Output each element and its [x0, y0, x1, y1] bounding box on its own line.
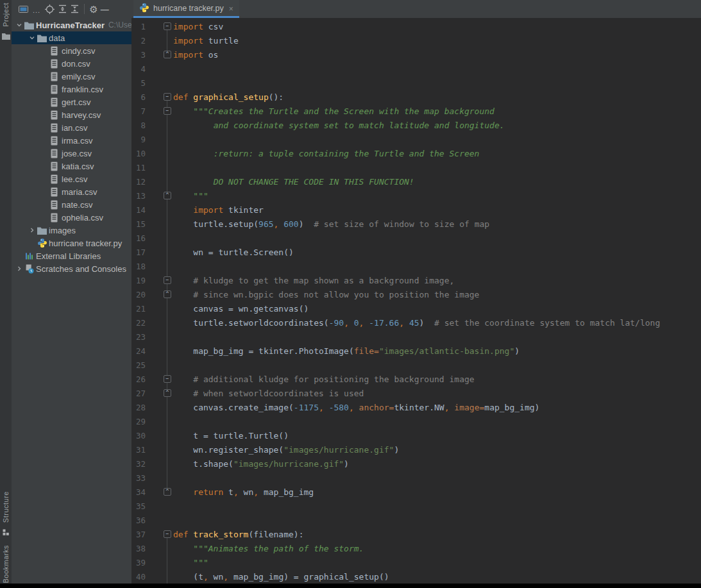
settings-gear-icon[interactable]: ⚙ — [89, 2, 97, 16]
fold-start-icon[interactable]: − — [164, 93, 171, 101]
line-number[interactable]: 31 — [131, 445, 146, 455]
tab-close-icon[interactable]: × — [229, 4, 233, 13]
structure-tool-button[interactable]: Structure — [0, 491, 12, 538]
line-number[interactable]: 36 — [131, 516, 146, 525]
fold-gutter: − — [164, 530, 173, 538]
fold-start-icon[interactable]: − — [164, 530, 171, 538]
locate-icon[interactable] — [44, 2, 55, 16]
line-number[interactable]: 19 — [131, 276, 146, 285]
chevron-down-icon[interactable] — [27, 35, 37, 40]
tree-item-label: ophelia.csv — [62, 213, 103, 223]
fold-guide-line — [167, 114, 167, 192]
fold-gutter: − — [164, 276, 173, 284]
line-number[interactable]: 17 — [131, 248, 146, 257]
chevron-right-icon[interactable] — [14, 266, 24, 271]
line-number[interactable]: 35 — [131, 501, 146, 511]
chevron-right-icon[interactable] — [27, 228, 37, 233]
line-number[interactable]: 27 — [131, 389, 146, 398]
tree-item-ophelia-csv[interactable]: ophelia.csv — [12, 211, 131, 224]
line-number[interactable]: 5 — [131, 78, 146, 88]
line-number[interactable]: 15 — [131, 219, 146, 229]
line-number[interactable]: 22 — [131, 318, 146, 328]
top-bar: ...⚙— hurricane tracker.py × — [12, 0, 701, 18]
fold-end-icon[interactable]: ^ — [164, 389, 171, 397]
tree-item-label: images — [49, 226, 76, 235]
tree-item-katia-csv[interactable]: katia.csv — [12, 160, 131, 172]
bookmarks-tool-button[interactable]: Bookmarks — [0, 545, 12, 588]
line-number[interactable]: 3 — [131, 50, 146, 60]
line-number[interactable]: 16 — [131, 233, 146, 243]
csv-icon — [50, 187, 62, 197]
fold-start-icon[interactable]: − — [164, 107, 171, 115]
line-number[interactable]: 37 — [131, 530, 146, 539]
fold-end-icon[interactable]: ^ — [164, 290, 171, 298]
line-number[interactable]: 32 — [131, 459, 146, 469]
line-number[interactable]: 40 — [131, 572, 146, 582]
line-number[interactable]: 34 — [131, 487, 146, 497]
chevron-down-icon[interactable] — [14, 22, 24, 28]
line-number[interactable]: 12 — [131, 177, 146, 187]
expand-all-icon[interactable] — [58, 2, 67, 16]
tree-item-emily-csv[interactable]: emily.csv — [12, 70, 131, 83]
line-number[interactable]: 2 — [131, 36, 146, 46]
tree-item-external-libraries[interactable]: External Libraries — [12, 249, 131, 262]
tree-item-irma-csv[interactable]: irma.csv — [12, 134, 131, 147]
fold-start-icon[interactable]: − — [164, 22, 171, 30]
fold-end-icon[interactable]: ^ — [164, 488, 171, 496]
line-number[interactable]: 8 — [131, 121, 146, 130]
tree-item-ian-csv[interactable]: ian.csv — [12, 121, 131, 134]
tree-item-cindy-csv[interactable]: cindy.csv — [12, 44, 131, 57]
line-number[interactable]: 24 — [131, 346, 146, 356]
fold-gutter: ^ — [164, 192, 173, 199]
line-number[interactable]: 33 — [131, 473, 146, 483]
tree-item-hurricanetracker[interactable]: HurricaneTrackerC:\Users\ — [12, 19, 131, 31]
line-number[interactable]: 38 — [131, 544, 146, 553]
line-number[interactable]: 20 — [131, 290, 146, 299]
line-number[interactable]: 28 — [131, 403, 146, 412]
tree-item-gert-csv[interactable]: gert.csv — [12, 96, 131, 108]
select-opened-file-icon[interactable] — [18, 2, 29, 16]
tree-item-label: cindy.csv — [62, 46, 96, 56]
tree-item-hurricane-tracker-py[interactable]: hurricane tracker.py — [12, 237, 131, 249]
structure-tool-label: Structure — [2, 491, 10, 523]
tree-item-images[interactable]: images — [12, 224, 131, 237]
hide-icon[interactable]: — — [101, 2, 109, 16]
tab-hurricane-tracker[interactable]: hurricane tracker.py × — [133, 0, 239, 18]
tree-item-scratches-and-consoles[interactable]: Scratches and Consoles — [12, 262, 131, 275]
project-tool-button[interactable]: Project — [0, 3, 12, 42]
tree-item-lee-csv[interactable]: lee.csv — [12, 172, 131, 185]
tree-item-maria-csv[interactable]: maria.csv — [12, 185, 131, 198]
line-number[interactable]: 4 — [131, 64, 146, 74]
tree-item-don-csv[interactable]: don.csv — [12, 57, 131, 70]
fold-end-icon[interactable]: ^ — [164, 51, 171, 58]
tree-item-label: harvey.csv — [62, 110, 101, 120]
line-number[interactable]: 10 — [131, 149, 146, 158]
line-number[interactable]: 7 — [131, 106, 146, 116]
tree-item-franklin-csv[interactable]: franklin.csv — [12, 83, 131, 96]
line-number[interactable]: 6 — [131, 92, 146, 102]
tree-item-data[interactable]: data — [12, 31, 131, 44]
line-number[interactable]: 25 — [131, 360, 146, 370]
line-number[interactable]: 11 — [131, 163, 146, 172]
line-number[interactable]: 21 — [131, 304, 146, 314]
tree-item-harvey-csv[interactable]: harvey.csv — [12, 108, 131, 121]
fold-start-icon[interactable]: − — [164, 375, 171, 383]
more-icon[interactable]: ... — [33, 6, 40, 14]
tree-item-jose-csv[interactable]: jose.csv — [12, 147, 131, 160]
line-number[interactable]: 26 — [131, 374, 146, 384]
line-number[interactable]: 39 — [131, 558, 146, 567]
tree-item-nate-csv[interactable]: nate.csv — [12, 198, 131, 211]
line-number[interactable]: 30 — [131, 431, 146, 441]
collapse-all-icon[interactable] — [70, 2, 80, 16]
code-editor[interactable]: 1−import csv2import turtle3^import os456… — [131, 18, 701, 584]
line-number[interactable]: 9 — [131, 135, 146, 144]
fold-gutter: ^ — [164, 290, 173, 298]
line-number[interactable]: 14 — [131, 205, 146, 215]
line-number[interactable]: 23 — [131, 332, 146, 342]
line-number[interactable]: 18 — [131, 262, 146, 271]
fold-start-icon[interactable]: − — [164, 276, 171, 284]
fold-end-icon[interactable]: ^ — [164, 192, 171, 199]
line-number[interactable]: 13 — [131, 191, 146, 201]
line-number[interactable]: 1 — [131, 22, 146, 31]
line-number[interactable]: 29 — [131, 417, 146, 426]
